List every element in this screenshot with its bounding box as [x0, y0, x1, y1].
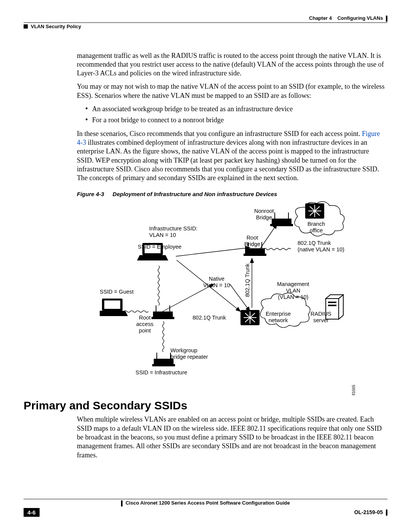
label-ssid-employee: SSID = Employee [138, 244, 182, 250]
label-nonroot-bridge: NonrootBridge [254, 208, 274, 220]
square-bullet-icon [24, 24, 28, 29]
laptop-icon [100, 299, 128, 316]
label-native-vlan: NativeVLAN = 10 [203, 276, 230, 288]
svg-rect-14 [153, 312, 173, 317]
footer-bar-icon [386, 510, 387, 516]
svg-line-0 [176, 248, 250, 256]
image-ref-number: 81665 [352, 385, 357, 395]
label-root-bridge: RootBridge [244, 235, 260, 247]
chapter-title: Configuring VLANs [337, 15, 383, 21]
figure-title: Deployment of Infrastructure and Non inf… [113, 191, 277, 197]
label-infra-ssid: Infrastructure SSID:VLAN = 10 [149, 225, 198, 238]
label-trunk-horiz: 802.1Q Trunk [193, 315, 226, 321]
svg-rect-18 [245, 248, 265, 254]
paragraph: management traffic as well as the RADIUS… [77, 51, 387, 78]
router-icon [305, 203, 324, 219]
page-number: 4-6 [24, 508, 40, 517]
footer-guide-title: Cisco Aironet 1200 Series Access Point S… [126, 500, 290, 506]
svg-rect-10 [104, 300, 120, 309]
figure-number: Figure 4-3 [77, 191, 104, 197]
label-ssid-guest: SSID = Guest [100, 289, 134, 295]
svg-marker-8 [137, 255, 168, 260]
label-root-ap: Rootaccesspoint [136, 315, 153, 334]
label-wgb: Workgroupbridge repeater [170, 347, 208, 360]
svg-rect-15 [151, 317, 174, 319]
label-radius: RADIUSserver [311, 311, 331, 323]
label-trunk-vertical: 802.1Q Trunk [244, 264, 251, 297]
svg-rect-42 [328, 305, 336, 306]
section-title: VLAN Security Policy [31, 24, 81, 29]
label-enterprise: Enterprisenetwork [266, 311, 291, 323]
svg-rect-41 [328, 302, 336, 303]
heading-primary-secondary-ssids: Primary and Secondary SSIDs [24, 399, 387, 412]
svg-marker-11 [100, 311, 128, 316]
document-number: OL-2159-05 [354, 509, 383, 515]
svg-rect-19 [244, 254, 266, 256]
chapter-label: Chapter 4 [309, 15, 332, 21]
label-ssid-infra: SSID = Infrastructure [135, 369, 187, 376]
list-item: An associated workgroup bridge to be tre… [85, 105, 387, 113]
paragraph: You may or may not wish to map the nativ… [77, 82, 387, 100]
header-bar-icon [386, 16, 387, 22]
label-trunk-native: 802.1Q Trunk(native VLAN = 10) [298, 240, 344, 252]
label-branch-office: Branchoffice [307, 221, 325, 233]
figure-diagram: NonrootBridge Branchoffice Infrastructur… [100, 201, 351, 384]
svg-rect-27 [152, 364, 175, 366]
svg-rect-22 [272, 219, 292, 224]
footer-bar-icon [121, 500, 123, 506]
paragraph: When multiple wireless VLANs are enabled… [77, 415, 387, 459]
list-item: For a root bridge to connect to a nonroo… [85, 116, 387, 125]
paragraph: In these scenarios, Cisco recommends tha… [77, 129, 387, 183]
router-icon [241, 310, 260, 325]
svg-rect-23 [270, 224, 293, 226]
access-point-icon [151, 305, 174, 319]
label-mgmt-vlan: ManagementVLAN(VLAN = 10) [277, 281, 309, 300]
